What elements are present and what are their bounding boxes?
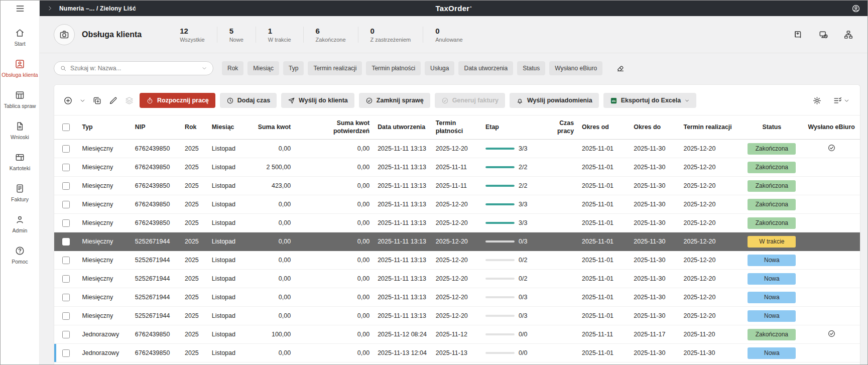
table-row[interactable]: Miesięczny67624398502025Listopad0,000,00… — [54, 214, 860, 232]
close-case-button[interactable]: Zamknij sprawę — [359, 93, 430, 108]
workflow-button[interactable] — [843, 30, 853, 40]
column-header[interactable]: Okres do — [630, 115, 679, 140]
column-header[interactable]: Data utworzenia — [374, 115, 432, 140]
sidebar-item-kartoteki[interactable]: Kartoteki — [1, 148, 39, 176]
column-header[interactable]: Okres od — [578, 115, 630, 140]
filter-chip[interactable]: Rok — [222, 61, 243, 75]
duplicate-case-button[interactable] — [91, 95, 103, 106]
sidebar-item-obsluga-klienta[interactable]: Obsługa klienta — [1, 54, 39, 82]
stat-label: Wszystkie — [180, 37, 205, 43]
table-row[interactable]: Miesięczny67624398502025Listopad2 500,00… — [54, 158, 860, 177]
cell-rok: 2025 — [181, 177, 208, 195]
cell-status: Nowa — [740, 270, 803, 288]
add-case-button[interactable] — [62, 95, 74, 106]
sidebar-item-faktury[interactable]: Faktury — [1, 179, 39, 207]
row-checkbox[interactable] — [62, 349, 70, 357]
sidebar-item-admin[interactable]: Admin — [1, 210, 39, 238]
column-header[interactable]: Suma kwot — [249, 115, 295, 140]
sidebar-item-pomoc[interactable]: Pomoc — [1, 241, 39, 269]
profile-button[interactable] — [851, 4, 860, 13]
column-header[interactable]: NIP — [131, 115, 181, 140]
filter-chip[interactable]: Termin realizacji — [308, 61, 362, 75]
sidebar-item-tablica-spraw[interactable]: Tablica spraw — [1, 85, 39, 113]
edit-case-button[interactable] — [107, 95, 119, 106]
svg-text:xls: xls — [612, 99, 615, 102]
column-header[interactable]: Etap — [481, 115, 543, 140]
cell-termin-realizacji: 2025-11-20 — [679, 325, 740, 344]
status-badge: Zakończona — [748, 162, 796, 173]
cell-typ: Miesięczny — [78, 270, 131, 288]
stat-value: 5 — [229, 27, 243, 35]
stat-value: 0 — [435, 27, 462, 35]
send-to-client-button[interactable]: Wyślij do klienta — [281, 93, 354, 108]
table-row[interactable]: Jednorazowy67624398502025Listopad100,000… — [54, 325, 860, 344]
filter-chip[interactable]: Status — [517, 61, 545, 75]
row-checkbox[interactable] — [62, 275, 70, 283]
table-row[interactable]: Miesięczny67624398502025Listopad0,000,00… — [54, 195, 860, 214]
breadcrumb[interactable]: Numeria –... / Zielony Liść — [59, 5, 136, 12]
stat-label: Zakończone — [316, 37, 346, 43]
column-header[interactable]: Rok — [181, 115, 208, 140]
export-excel-button[interactable]: xls Eksportuj do Excela — [603, 93, 696, 108]
generate-invoices-button[interactable]: Generuj faktury — [435, 93, 505, 108]
search-input[interactable] — [70, 65, 198, 72]
row-checkbox[interactable] — [62, 201, 70, 208]
filter-chip[interactable]: Typ — [283, 61, 304, 75]
table-row[interactable]: Miesięczny52526719442025Listopad0,000,00… — [54, 270, 860, 288]
table-row[interactable]: Miesięczny67624398502025Listopad0,000,00… — [54, 140, 860, 158]
user-circle-icon — [851, 4, 860, 13]
table-row[interactable]: Miesięczny52526719442025Listopad0,000,00… — [54, 307, 860, 325]
column-header[interactable]: Termin płatności — [432, 115, 481, 140]
search-box[interactable] — [54, 61, 213, 75]
add-case-menu-button[interactable] — [78, 96, 87, 105]
row-checkbox[interactable] — [62, 257, 70, 264]
add-time-button[interactable]: Dodaj czas — [220, 93, 277, 108]
row-checkbox[interactable] — [62, 312, 70, 320]
column-header[interactable]: Czas pracy — [543, 115, 578, 140]
send-notifications-button[interactable]: Wyślij powiadomienia — [510, 93, 599, 108]
select-all-checkbox[interactable] — [62, 124, 70, 131]
stat-value: 12 — [180, 27, 205, 35]
filter-chip[interactable]: Wysłano eBiuro — [549, 61, 602, 75]
cell-data-utworzenia: 2025-11-11 13:13 — [374, 251, 432, 270]
column-header[interactable]: Termin realizacji — [679, 115, 740, 140]
row-checkbox[interactable] — [62, 145, 70, 153]
row-checkbox[interactable] — [62, 331, 70, 338]
filter-chip[interactable]: Termin płatności — [366, 61, 421, 75]
settings-button[interactable] — [811, 95, 823, 106]
cell-czas-pracy — [543, 307, 578, 325]
cell-rok: 2025 — [181, 325, 208, 344]
row-checkbox[interactable] — [62, 164, 70, 171]
column-header[interactable]: Miesiąc — [208, 115, 250, 140]
cell-okres-do: 2025-11-30 — [630, 140, 679, 158]
exchange-book-button[interactable] — [793, 30, 803, 40]
column-header[interactable]: Status — [740, 115, 803, 140]
column-header[interactable]: Typ — [78, 115, 131, 140]
row-checkbox[interactable] — [62, 238, 70, 246]
filter-chip[interactable]: Usługa — [425, 61, 454, 75]
column-header[interactable]: Suma kwot potwierdzeń — [295, 115, 374, 140]
table-row[interactable]: Miesięczny52526719442025Listopad0,000,00… — [54, 251, 860, 270]
cell-termin-platnosci: 2025-12-20 — [432, 195, 481, 214]
column-settings-button[interactable] — [832, 95, 852, 106]
table-row[interactable]: Miesięczny52526719442025Listopad0,000,00… — [54, 288, 860, 307]
device-history-button[interactable] — [818, 30, 828, 40]
row-checkbox[interactable] — [62, 219, 70, 227]
row-checkbox[interactable] — [62, 294, 70, 301]
filter-chip[interactable]: Miesiąc — [247, 61, 279, 75]
row-checkbox[interactable] — [62, 182, 70, 190]
search-scope-chevron-icon[interactable] — [201, 65, 207, 71]
cell-data-utworzenia: 2025-11-11 13:13 — [374, 288, 432, 307]
sidebar-item-wnioski[interactable]: Wnioski — [1, 116, 39, 145]
column-header[interactable]: Wysłano eBiuro — [803, 115, 860, 140]
table-row[interactable]: Miesięczny52526719442025Listopad0,000,00… — [54, 232, 860, 251]
clear-filters-button[interactable] — [616, 64, 625, 73]
menu-button[interactable] — [1, 1, 39, 16]
table-row[interactable]: Jednorazowy67624398502025Listopad0,000,0… — [54, 344, 860, 362]
start-work-button[interactable]: Rozpocznij pracę — [140, 93, 215, 108]
sidebar-item-start[interactable]: Start — [1, 23, 39, 51]
table-row[interactable]: Miesięczny67624398502025Listopad423,000,… — [54, 177, 860, 195]
filter-chip[interactable]: Data utworzenia — [458, 61, 513, 75]
merge-cases-button[interactable] — [123, 95, 135, 106]
breadcrumb-expand-button[interactable] — [47, 5, 53, 12]
